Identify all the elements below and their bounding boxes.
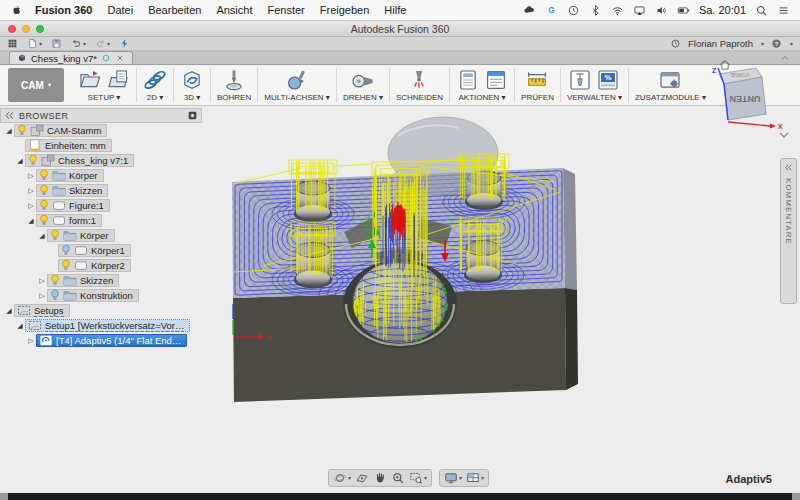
view-cube[interactable]: UNTEN VORNE Z X xyxy=(710,58,796,140)
visibility-bulb-icon[interactable] xyxy=(39,214,49,227)
volume-icon[interactable] xyxy=(655,4,668,17)
menubar-clock-text[interactable]: Sa. 20:01 xyxy=(699,4,746,16)
menu-item-freigeben[interactable]: Freigeben xyxy=(320,4,370,16)
menu-item-datei[interactable]: Datei xyxy=(107,4,133,16)
ribbon-group-bohren[interactable]: BOHREN xyxy=(213,68,255,102)
mill-3d-icon[interactable] xyxy=(180,68,204,92)
menu-item-bearbeiten[interactable]: Bearbeiten xyxy=(148,4,201,16)
visibility-bulb-icon[interactable] xyxy=(50,274,60,287)
drill-icon[interactable] xyxy=(222,68,246,92)
close-tab-icon[interactable] xyxy=(115,53,125,63)
viewcube-menu-chevron-icon[interactable] xyxy=(780,133,788,137)
expand-toggle-icon[interactable]: ◢ xyxy=(37,232,47,240)
collapse-browser-icon[interactable] xyxy=(4,110,15,121)
visibility-bulb-icon[interactable] xyxy=(39,169,49,182)
ribbon-group-zusatzmodule[interactable]: ZUSATZMODULE ▾ xyxy=(631,68,710,102)
tree-item[interactable]: Setup1 [Werkstückversatz=Vor… xyxy=(25,319,190,332)
grid-views-caret-icon[interactable]: ▾ xyxy=(481,475,484,481)
expand-toggle-icon[interactable]: ▷ xyxy=(26,172,36,180)
apple-menu-icon[interactable] xyxy=(10,4,23,17)
display-button[interactable]: ▾ xyxy=(444,471,462,485)
actions-panel-icon[interactable] xyxy=(484,68,508,92)
expand-toggle-icon[interactable]: ▷ xyxy=(37,292,47,300)
menu-item-ansicht[interactable]: Ansicht xyxy=(216,4,252,16)
tree-item[interactable]: Setups xyxy=(14,304,70,317)
comments-panel-tab[interactable]: KOMMENTARE xyxy=(780,158,797,304)
ribbon-group-prüfen[interactable]: PRÜFEN xyxy=(517,68,558,102)
expand-toggle-icon[interactable]: ◢ xyxy=(15,322,25,330)
tree-item[interactable]: Konstruktion xyxy=(47,289,139,302)
help-menu-icon[interactable]: ? xyxy=(771,38,782,49)
ribbon-group-2d[interactable]: 2D ▾ xyxy=(139,68,171,102)
setup-new-icon[interactable] xyxy=(78,68,102,92)
pan-button[interactable] xyxy=(373,471,387,485)
visibility-bulb-icon[interactable] xyxy=(39,199,49,212)
document-tab[interactable]: Chess_king v7* xyxy=(9,51,133,64)
recent-clock-icon[interactable] xyxy=(567,4,580,17)
tree-item[interactable]: Skizzen xyxy=(47,274,119,287)
setup-lib-icon[interactable] xyxy=(106,68,130,92)
notification-list-icon[interactable] xyxy=(777,4,790,17)
tree-item[interactable]: Körper xyxy=(36,169,104,182)
expand-toggle-icon[interactable]: ▷ xyxy=(37,277,47,285)
expand-toggle-icon[interactable]: ◢ xyxy=(4,307,14,315)
visibility-bulb-icon[interactable] xyxy=(39,184,49,197)
apps-grid-button[interactable] xyxy=(7,38,18,49)
expand-toggle-icon[interactable]: ◢ xyxy=(15,157,25,165)
menu-item-fenster[interactable]: Fenster xyxy=(267,4,304,16)
tree-item[interactable]: form:1 xyxy=(36,214,102,227)
tree-item[interactable]: CAM-Stamm xyxy=(14,124,107,137)
expand-toggle-icon[interactable]: ▷ xyxy=(26,337,36,345)
menu-item-fusion-360[interactable]: Fusion 360 xyxy=(35,4,92,16)
file-new-button[interactable]: ▾ xyxy=(27,38,42,49)
spotlight-icon[interactable] xyxy=(755,4,768,17)
job-status-icon[interactable] xyxy=(670,38,681,49)
tree-item[interactable]: Skizzen xyxy=(36,184,108,197)
cloud-icon[interactable] xyxy=(523,4,536,17)
g-logo-icon[interactable]: G xyxy=(545,4,558,17)
expand-toggle-icon[interactable]: ▷ xyxy=(26,187,36,195)
zoom-button[interactable] xyxy=(391,471,405,485)
browser-gear-icon[interactable] xyxy=(187,110,198,121)
actions-list-icon[interactable] xyxy=(456,68,480,92)
ribbon-group-3d[interactable]: 3D ▾ xyxy=(176,68,208,102)
tree-item[interactable]: Figure:1 xyxy=(36,199,110,212)
window-titlebar[interactable]: Autodesk Fusion 360 xyxy=(0,21,800,37)
multi-axis-icon[interactable] xyxy=(285,68,309,92)
ribbon-group-drehen[interactable]: DREHEN ▾ xyxy=(339,68,387,102)
expand-toggle-icon[interactable]: ▷ xyxy=(26,202,36,210)
tree-item[interactable]: Einheiten: mm xyxy=(25,139,112,152)
orbit-button[interactable]: ▾ xyxy=(333,471,351,485)
bluetooth-icon[interactable] xyxy=(589,4,602,17)
turning-icon[interactable] xyxy=(351,68,375,92)
tree-item[interactable]: Chess_king v7:1 xyxy=(25,154,134,167)
addins-icon[interactable] xyxy=(658,68,682,92)
user-menu[interactable]: Florian Paproth xyxy=(688,38,753,49)
visibility-bulb-icon[interactable] xyxy=(50,289,60,302)
expand-toggle-icon[interactable]: ◢ xyxy=(4,127,14,135)
tree-item[interactable]: [T4] Adaptiv5 (1/4" Flat End… xyxy=(36,334,187,347)
workspace-selector[interactable]: CAM ▾ xyxy=(8,68,64,102)
ribbon-group-schneiden[interactable]: SCHNEIDEN xyxy=(392,68,447,102)
file-new-caret-icon[interactable]: ▾ xyxy=(39,41,42,47)
ribbon-group-setup[interactable]: SETUP ▾ xyxy=(74,68,134,102)
ribbon-group-aktionen[interactable]: AKTIONEN ▾ xyxy=(452,68,512,102)
fit-button[interactable]: ▾ xyxy=(409,471,427,485)
sync-status-icon[interactable] xyxy=(101,53,111,63)
percent-box-icon[interactable]: % xyxy=(596,68,620,92)
visibility-bulb-icon[interactable] xyxy=(17,124,27,137)
undo-button[interactable]: ▾ xyxy=(71,38,86,49)
view-cube-cube[interactable]: UNTEN VORNE Z X xyxy=(710,66,796,140)
visibility-bulb-icon[interactable] xyxy=(61,259,71,272)
look-at-button[interactable] xyxy=(355,471,369,485)
redo-caret-icon[interactable]: ▾ xyxy=(107,41,110,47)
fit-caret-icon[interactable]: ▾ xyxy=(424,475,427,481)
mill-2d-icon[interactable] xyxy=(143,68,167,92)
visibility-bulb-icon[interactable] xyxy=(61,244,71,257)
save-button[interactable] xyxy=(51,38,62,49)
ribbon-group-multi-achsen[interactable]: MULTI-ACHSEN ▾ xyxy=(260,68,334,102)
sync-button[interactable] xyxy=(119,38,130,49)
measure-icon[interactable] xyxy=(525,68,549,92)
visibility-bulb-icon[interactable] xyxy=(28,154,38,167)
menu-item-hilfe[interactable]: Hilfe xyxy=(384,4,406,16)
